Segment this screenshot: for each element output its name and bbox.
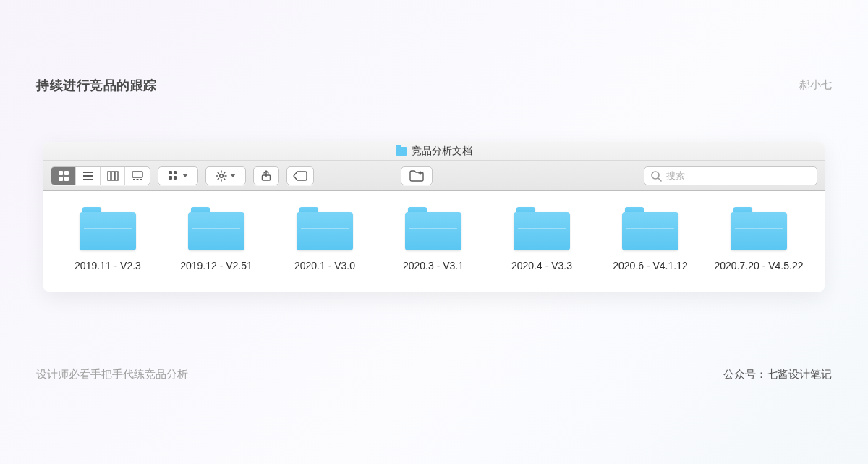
folder-label: 2020.4 - V3.3: [511, 259, 572, 273]
folder-item[interactable]: 2020.7.20 - V4.5.22: [705, 207, 813, 273]
share-button[interactable]: [253, 166, 279, 185]
svg-rect-14: [169, 171, 172, 174]
folder-label: 2019.12 - V2.51: [180, 259, 252, 273]
svg-rect-3: [64, 177, 69, 181]
finder-title-bar: 竞品分析文档: [43, 142, 825, 161]
folder-label: 2020.3 - V3.1: [403, 259, 464, 273]
group-by-button[interactable]: [158, 166, 198, 185]
svg-rect-6: [83, 179, 93, 180]
tags-button[interactable]: [286, 166, 314, 185]
page-title: 持续进行竞品的跟踪: [36, 77, 157, 94]
folder-icon: [405, 207, 461, 250]
folder-item[interactable]: 2020.3 - V3.1: [379, 207, 488, 273]
folder-label: 2020.1 - V3.0: [294, 259, 355, 273]
new-folder-button[interactable]: [401, 166, 433, 185]
svg-rect-5: [83, 175, 93, 177]
svg-rect-2: [59, 177, 63, 181]
svg-rect-7: [108, 172, 111, 180]
folder-icon: [731, 207, 787, 250]
svg-rect-0: [59, 171, 63, 175]
svg-rect-17: [174, 176, 177, 180]
chevron-down-icon: [182, 174, 188, 177]
chevron-down-icon: [230, 174, 236, 177]
finder-window: 竞品分析文档: [43, 142, 825, 292]
svg-line-21: [658, 178, 661, 181]
folder-icon: [396, 147, 407, 156]
svg-rect-9: [115, 172, 118, 180]
search-field[interactable]: [644, 166, 817, 185]
svg-rect-11: [133, 179, 135, 180]
folder-label: 2020.7.20 - V4.5.22: [715, 259, 804, 273]
folder-item[interactable]: 2019.11 - V2.3: [54, 207, 162, 273]
tag-icon: [293, 171, 307, 181]
list-view-button[interactable]: [76, 167, 101, 185]
folder-icon: [80, 207, 136, 250]
finder-toolbar: [43, 161, 825, 191]
search-icon: [650, 170, 662, 182]
folder-item[interactable]: 2020.1 - V3.0: [271, 207, 379, 273]
share-icon: [260, 170, 272, 182]
svg-rect-12: [137, 179, 139, 180]
folder-item[interactable]: 2020.4 - V3.3: [488, 207, 596, 273]
folder-label: 2019.11 - V2.3: [75, 259, 141, 273]
folder-item[interactable]: 2019.12 - V2.51: [162, 207, 271, 273]
svg-point-18: [220, 174, 224, 177]
folder-icon: [188, 207, 244, 250]
icon-view-button[interactable]: [51, 167, 76, 185]
folder-label: 2020.6 - V4.1.12: [613, 259, 688, 273]
page-footer-right: 公众号：七酱设计笔记: [723, 368, 832, 381]
columns-icon: [107, 170, 119, 182]
finder-content: 2019.11 - V2.3 2019.12 - V2.51 2020.1 - …: [43, 191, 825, 292]
search-input[interactable]: [666, 170, 811, 181]
gallery-icon: [132, 170, 143, 182]
folder-icon: [297, 207, 353, 250]
window-title: 竞品分析文档: [412, 145, 472, 158]
folder-item[interactable]: 2020.6 - V4.1.12: [596, 207, 705, 273]
folder-icon: [622, 207, 678, 250]
list-icon: [82, 170, 94, 182]
svg-rect-1: [64, 171, 69, 175]
group-icon: [168, 170, 179, 182]
gallery-view-button[interactable]: [125, 167, 150, 185]
svg-rect-10: [132, 172, 142, 177]
gear-icon: [216, 170, 227, 182]
folder-plus-icon: [409, 170, 424, 182]
view-mode-segment: [51, 166, 150, 185]
action-menu-button[interactable]: [205, 166, 246, 185]
grid-icon: [58, 170, 69, 182]
svg-rect-15: [174, 171, 177, 174]
svg-rect-13: [140, 179, 142, 180]
svg-rect-8: [111, 172, 114, 180]
svg-rect-4: [83, 172, 93, 173]
folder-icon: [514, 207, 570, 250]
page-author: 郝小七: [799, 78, 832, 92]
page-footer-left: 设计师必看手把手代练竞品分析: [36, 368, 188, 381]
svg-rect-16: [169, 176, 172, 180]
column-view-button[interactable]: [101, 167, 125, 185]
